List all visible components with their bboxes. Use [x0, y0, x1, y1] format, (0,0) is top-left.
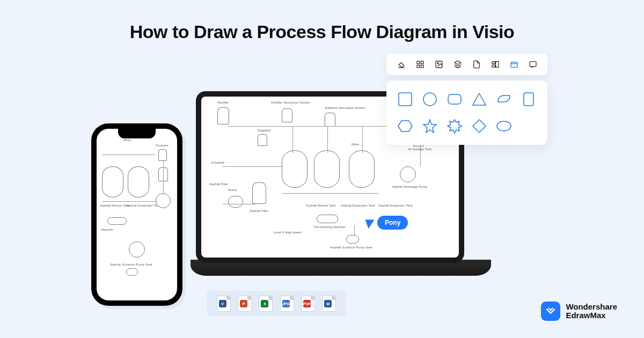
page-title: How to Draw a Process Flow Diagram in Vi… — [0, 21, 644, 42]
shape-square[interactable] — [397, 91, 413, 107]
svg-rect-2 — [417, 65, 420, 68]
flow-label: Asphalt Mixture Tank — [100, 204, 130, 207]
flow-label: Pre-shearing Machine — [314, 225, 346, 229]
shape-rect-vertical[interactable] — [521, 91, 537, 107]
shape-hexagon[interactable] — [397, 118, 413, 134]
flow-diagram-phone: Mixer Products Asphalt Mixture Tank Asph… — [97, 129, 177, 300]
file-excel[interactable]: X — [259, 296, 273, 312]
flow-label: Asphalt Governor Pump Gear — [110, 263, 152, 266]
svg-point-5 — [437, 63, 438, 64]
collab-cursor: Pony — [367, 216, 408, 230]
svg-rect-6 — [492, 62, 495, 64]
shape-palette — [386, 80, 547, 145]
phone-screen: Mixer Products Asphalt Mixture Tank Asph… — [97, 129, 177, 300]
shape-ellipse[interactable] — [496, 118, 512, 134]
file-jpg[interactable]: JPG — [280, 296, 294, 312]
flow-label: Asphalt Filler — [250, 209, 268, 212]
svg-rect-8 — [492, 65, 495, 67]
brand-logo-icon — [541, 302, 560, 321]
file-word[interactable]: W — [322, 296, 336, 312]
flow-label: Asphalt Mixture Tank — [306, 204, 336, 207]
flow-label: Asphalt Expansion Tank — [341, 204, 375, 207]
svg-rect-3 — [421, 65, 423, 68]
file-pdf[interactable]: PDF — [301, 296, 315, 312]
image-icon[interactable] — [434, 60, 444, 69]
svg-rect-10 — [530, 62, 536, 67]
flow-label: Level 3 High-speed — [274, 231, 302, 234]
svg-rect-1 — [421, 61, 423, 64]
svg-point-12 — [423, 93, 436, 106]
flow-label: Mixer — [352, 143, 360, 146]
phone-notch — [118, 129, 156, 138]
tool-toolbar — [386, 54, 547, 75]
align-icon[interactable] — [491, 60, 500, 69]
phone-mockup: Mixer Products Asphalt Mixture Tank Asph… — [91, 123, 182, 306]
shape-rounded-rect[interactable] — [447, 91, 463, 107]
flow-label: Asphalt Governor Pump Gear — [330, 246, 372, 249]
page-icon[interactable] — [472, 60, 481, 69]
file-visio[interactable]: V — [217, 296, 231, 312]
comment-icon[interactable] — [528, 60, 538, 69]
flow-label: Asphalt Expansion Tank — [126, 204, 160, 207]
svg-rect-9 — [511, 62, 517, 67]
flow-label: Modifier — [217, 101, 229, 104]
svg-rect-0 — [417, 61, 420, 64]
file-ppt[interactable]: P — [238, 296, 252, 312]
brand-text: Wondershare EdrawMax — [566, 303, 617, 320]
flow-label: Asphalt Filter — [209, 182, 228, 186]
flow-label: Modifier Absorption System — [271, 101, 310, 104]
shape-burst[interactable] — [447, 118, 463, 134]
flow-label: Stabilizer Absorption System — [325, 106, 365, 109]
shape-leaf[interactable] — [496, 91, 512, 107]
flow-label: Asphalt Discharge Pump — [392, 185, 427, 188]
shape-star[interactable] — [422, 118, 438, 134]
flow-label: Asphalt Expansion Tank — [378, 204, 413, 207]
svg-rect-14 — [524, 93, 533, 106]
svg-rect-13 — [448, 94, 461, 104]
layers-icon[interactable] — [453, 60, 463, 69]
shape-diamond[interactable] — [471, 118, 487, 134]
fill-icon[interactable] — [397, 60, 406, 69]
flow-label: Stabilizer — [258, 129, 271, 132]
grid-icon[interactable] — [415, 60, 425, 69]
flow-label: Mixer — [123, 138, 131, 142]
cursor-label: Pony — [377, 216, 408, 230]
flow-label: Products — [156, 144, 169, 147]
svg-rect-7 — [495, 62, 498, 68]
flow-label: Machine — [101, 228, 113, 231]
export-formats: V P X JPG PDF W — [207, 291, 346, 317]
shape-circle[interactable] — [422, 91, 438, 107]
container-icon[interactable] — [509, 60, 519, 69]
svg-rect-11 — [399, 93, 412, 106]
cursor-arrow-icon — [365, 217, 376, 229]
flow-label: A Asphalt — [211, 161, 224, 164]
svg-point-15 — [497, 121, 511, 131]
shape-triangle[interactable] — [471, 91, 487, 107]
brand-footer: Wondershare EdrawMax — [541, 302, 617, 321]
